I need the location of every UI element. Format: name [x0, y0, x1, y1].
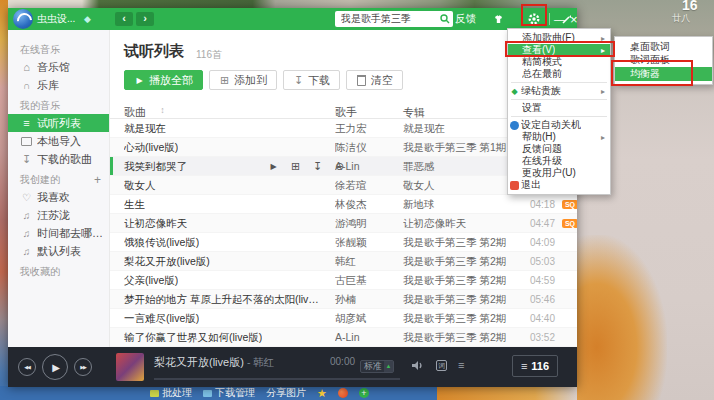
feedback-button[interactable]: 反馈	[455, 8, 476, 30]
table-row[interactable]: 父亲(live版)古巨基我是歌手第三季 第2期04:59	[110, 271, 577, 290]
username[interactable]: 虫虫设...	[37, 8, 75, 30]
music-player-window: 虫虫设... ◆ ‹ › 反馈 — × 在线音乐音乐馆乐库我的音乐试听列表本地导…	[8, 8, 577, 387]
green-diamond-icon	[508, 87, 521, 96]
sidebar-item[interactable]: 下载的歌曲	[8, 150, 109, 168]
song-cell: 心动(live版)	[124, 138, 178, 157]
toolbar-button-label: 清空	[371, 73, 393, 88]
sidebar: 在线音乐音乐馆乐库我的音乐试听列表本地导入下载的歌曲我创建的+我喜欢汪苏泷时间都…	[8, 30, 110, 347]
sidebar-item[interactable]: 时间都去哪儿了	[8, 224, 109, 242]
sidebar-item-label: 乐库	[37, 78, 59, 93]
album-cell: 我是歌手第三季 第2期	[403, 290, 506, 309]
annotation-box-view	[505, 41, 615, 57]
album-cell: 罪恶感	[403, 157, 435, 176]
sort-icon[interactable]	[156, 105, 169, 115]
menu-item[interactable]: 总在最前	[508, 68, 610, 80]
table-row[interactable]: 梦开始的地方 草原上升起不落的太阳(live版)孙楠我是歌手第三季 第2期05:…	[110, 290, 577, 309]
taskbar-item-icon	[150, 390, 159, 397]
search-icon[interactable]	[440, 14, 450, 24]
quality-arrow-icon[interactable]: ▲	[384, 361, 393, 372]
forward-button[interactable]: ›	[136, 12, 154, 26]
lyrics-icon[interactable]: 词	[436, 360, 447, 371]
artist-cell: A-Lin	[335, 328, 360, 347]
app-logo-icon[interactable]	[13, 9, 33, 29]
sidebar-item[interactable]: 汪苏泷	[8, 206, 109, 224]
column-song[interactable]: 歌曲	[124, 105, 146, 120]
table-row[interactable]: 让初恋像昨天游鸿明让初恋像昨天04:47SQ	[110, 214, 577, 233]
search-box[interactable]	[335, 11, 453, 27]
sidebar-item-label: 音乐馆	[37, 60, 70, 75]
menu-item[interactable]: 绿钻贵族▸	[508, 85, 610, 97]
sidebar-item[interactable]: 音乐馆	[8, 58, 109, 76]
toolbar-button[interactable]: 清空	[346, 70, 403, 90]
next-button[interactable]: ▶▶	[74, 358, 92, 376]
taskbar-item[interactable]: 下载管理	[203, 386, 255, 400]
trash-icon	[356, 75, 367, 86]
add-playlist-button[interactable]: +	[94, 172, 101, 188]
play-icon[interactable]	[267, 162, 280, 171]
sidebar-item[interactable]: 乐库	[8, 76, 109, 94]
browser-icon[interactable]	[338, 388, 348, 398]
menu-item-label: 退出	[521, 178, 541, 192]
playlist-toggle-button[interactable]: ≡ 116	[512, 355, 558, 377]
quality-selector[interactable]: 标准▲	[360, 360, 394, 373]
desktop-calendar-widget: 16 廿八	[660, 0, 714, 34]
list-icon	[20, 117, 33, 129]
now-playing-song: 梨花又开放(live版)	[154, 356, 244, 368]
close-button[interactable]: ×	[570, 8, 578, 30]
previous-button[interactable]: ◀◀	[18, 358, 36, 376]
table-row[interactable]: 输了你赢了世界又如何(live版)A-Lin我是歌手第三季 第2期03:52	[110, 328, 577, 347]
volume-icon[interactable]	[412, 360, 425, 371]
add-to-icon[interactable]	[289, 160, 302, 173]
artist-cell: 胡彦斌	[335, 309, 367, 328]
download-icon	[293, 74, 304, 87]
diamond-icon: ◆	[84, 8, 91, 30]
column-artist[interactable]: 歌手	[335, 105, 357, 120]
duration-cell: 04:59	[515, 271, 555, 290]
sidebar-item[interactable]: 本地导入	[8, 132, 109, 150]
sidebar-item-label: 汪苏泷	[37, 208, 70, 223]
toolbar-button[interactable]: 播放全部	[124, 70, 203, 90]
progress-bar[interactable]	[154, 378, 400, 380]
submenu-item-label: 桌面歌词	[630, 40, 670, 54]
add-icon[interactable]: +	[359, 388, 369, 398]
download-icon[interactable]	[311, 160, 324, 173]
search-input[interactable]	[335, 11, 453, 27]
album-cell: 就是现在	[403, 119, 445, 138]
taskbar-item[interactable]: 分享图片	[266, 386, 306, 400]
desktop-wallpaper-bottom	[437, 386, 577, 400]
taskbar-item[interactable]: 批处理	[150, 386, 192, 400]
sidebar-item[interactable]: 试听列表	[8, 114, 109, 132]
star-icon[interactable]: ★	[317, 388, 327, 399]
titlebar: 虫虫设... ◆ ‹ › 反馈 — ×	[8, 8, 577, 30]
menu-separator	[511, 116, 607, 117]
playlist-icon: ≡	[521, 360, 527, 372]
album-cell: 我是歌手第三季 第2期	[403, 252, 506, 271]
submenu-item[interactable]: 桌面歌词	[615, 40, 712, 54]
play-icon	[134, 76, 145, 85]
sidebar-section-header: 我的音乐	[8, 98, 109, 114]
menu-item-label: 绿钻贵族	[521, 84, 561, 98]
table-row[interactable]: 一言难尽(live版)胡彦斌我是歌手第三季 第2期04:40	[110, 309, 577, 328]
sidebar-item[interactable]: 我喜欢	[8, 188, 109, 206]
submenu-arrow-icon: ▸	[601, 87, 605, 96]
now-playing-artist: 韩红	[253, 356, 274, 368]
back-button[interactable]: ‹	[115, 12, 133, 26]
sidebar-item-label: 本地导入	[37, 134, 81, 149]
table-row[interactable]: 梨花又开放(live版)韩红我是歌手第三季 第2期05:03	[110, 252, 577, 271]
play-mode-icon[interactable]: ≡	[458, 359, 464, 371]
play-button[interactable]: ▶	[42, 354, 68, 380]
desktop-wallpaper-left	[0, 0, 8, 400]
toolbar-button[interactable]: 下载	[283, 70, 340, 90]
menu-item[interactable]: 退出	[508, 179, 610, 191]
table-row[interactable]: 生生林俊杰新地球04:18SQ	[110, 195, 577, 214]
exit-icon	[508, 181, 521, 190]
menu-item[interactable]: 设置	[508, 102, 610, 114]
now-playing: 梨花又开放(live版) - 韩红	[154, 355, 274, 370]
toolbar-button[interactable]: 添加到	[209, 70, 277, 90]
column-album[interactable]: 专辑	[403, 105, 425, 120]
sidebar-item[interactable]: 默认列表	[8, 242, 109, 260]
album-art[interactable]	[116, 353, 144, 381]
skin-shirt-icon[interactable]	[492, 8, 505, 30]
table-row[interactable]: 饿狼传说(live版)张靓颖我是歌手第三季 第2期04:09	[110, 233, 577, 252]
taskbar[interactable]: 批处理下载管理分享图片★+	[0, 386, 437, 400]
